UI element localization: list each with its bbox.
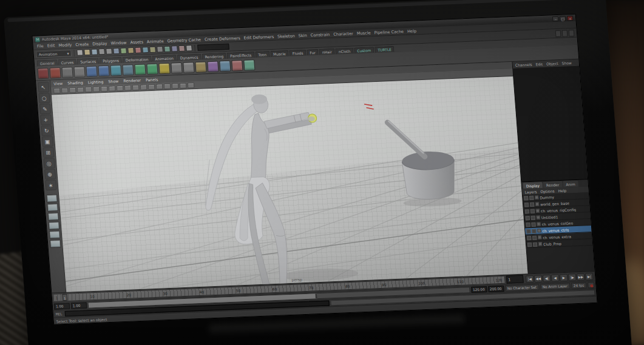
channel-box-toggle[interactable]	[569, 29, 575, 36]
auto-keyframe-button[interactable]	[588, 282, 595, 288]
layer-editor-menu-item[interactable]: Options	[540, 189, 555, 193]
close-button[interactable]: ×	[567, 15, 574, 20]
paint-select-tool-icon[interactable]: ✎	[39, 104, 50, 115]
play-forwards-button[interactable]: ▶	[560, 273, 568, 281]
field-chart-icon[interactable]	[140, 84, 147, 90]
layer-color-swatch[interactable]	[536, 215, 540, 219]
poly-cube-icon[interactable]	[98, 65, 109, 76]
paint-skin-weights-icon[interactable]	[231, 59, 243, 71]
last-tool-icon[interactable]: ∗	[45, 179, 56, 190]
poly-sphere-icon[interactable]	[86, 65, 97, 77]
ep-curve-icon[interactable]	[49, 67, 61, 78]
persp-graph-layout-button[interactable]	[48, 221, 59, 230]
menu-item[interactable]: Window	[110, 40, 127, 45]
lasso-tool-icon[interactable]: ○	[38, 93, 50, 104]
play-backwards-button[interactable]: ◀	[551, 274, 560, 281]
redo-icon[interactable]	[106, 49, 112, 55]
poly-cylinder-icon[interactable]	[110, 64, 121, 76]
menu-item[interactable]: Constrain	[310, 32, 330, 38]
layer-display-type-box[interactable]	[529, 195, 534, 199]
ipr-render-icon[interactable]	[178, 45, 185, 52]
sculpt-geometry-icon[interactable]	[195, 61, 206, 73]
custom-layout-button[interactable]	[49, 239, 61, 248]
new-scene-icon[interactable]	[76, 49, 83, 55]
menu-item[interactable]: Character	[333, 31, 353, 36]
menu-item[interactable]: Edit Deformers	[243, 34, 274, 40]
menu-item[interactable]: Create Deformers	[205, 36, 240, 42]
panel-menu-item[interactable]: Show	[108, 79, 119, 84]
open-scene-icon[interactable]	[84, 49, 90, 55]
menu-item[interactable]: Assets	[130, 39, 143, 45]
gate-mask-icon[interactable]	[132, 84, 140, 90]
layer-color-swatch[interactable]	[535, 202, 539, 206]
grease-pencil-icon[interactable]	[101, 85, 108, 91]
poly-cone-icon[interactable]	[122, 64, 134, 76]
channel-box-menu-item[interactable]: Channels	[515, 62, 532, 67]
select-camera-icon[interactable]	[53, 87, 61, 93]
make-live-icon[interactable]	[164, 46, 171, 52]
menu-item[interactable]: Edit	[47, 43, 55, 48]
show-manipulator-tool-icon[interactable]: ⊕	[44, 169, 55, 179]
panel-menu-item[interactable]: Lighting	[88, 79, 104, 84]
poly-torus-icon[interactable]	[146, 63, 158, 75]
safe-action-icon[interactable]	[148, 84, 155, 89]
channel-box-menu-item[interactable]: Object	[546, 61, 558, 66]
textured-mode-icon[interactable]	[180, 82, 187, 88]
rotate-tool-icon[interactable]: ↻	[41, 126, 52, 136]
menu-item[interactable]: Create	[75, 42, 89, 47]
layer-display-type-box[interactable]	[530, 209, 535, 213]
menu-set-dropdown[interactable]: Animation ▾	[36, 50, 72, 58]
select-tool-icon[interactable]: ↖	[38, 82, 49, 93]
film-gate-icon[interactable]	[117, 85, 124, 90]
snap-to-point-icon[interactable]	[149, 47, 156, 53]
shaded-mode-icon[interactable]	[172, 83, 179, 89]
anim-layer-menu[interactable]: No Anim Layer	[540, 283, 570, 290]
layer-visibility-checkbox[interactable]	[527, 236, 532, 240]
joint-tool-icon[interactable]	[207, 61, 219, 72]
channel-box-menu-item[interactable]: Show	[561, 61, 572, 65]
minimize-button[interactable]: –	[552, 16, 559, 21]
playback-start-field[interactable]: 1.00	[71, 303, 87, 309]
menu-item[interactable]: Help	[407, 28, 417, 34]
panel-menu-item[interactable]: Shading	[67, 80, 83, 85]
maximize-button[interactable]: □	[560, 16, 566, 21]
text-tool-icon[interactable]	[158, 62, 170, 74]
persp-outliner-layout-button[interactable]	[47, 212, 59, 221]
four-pane-layout-button[interactable]	[47, 203, 58, 212]
menu-item[interactable]: Muscle	[356, 30, 370, 36]
channel-box-menu-item[interactable]: Edit	[535, 62, 543, 66]
2d-pan-zoom-icon[interactable]	[93, 86, 100, 92]
soft-modification-tool-icon[interactable]: ◎	[43, 158, 55, 169]
current-time-indicator[interactable]: 1	[62, 294, 67, 301]
layer-visibility-checkbox[interactable]	[527, 243, 532, 247]
command-line-language-label[interactable]: MEL	[55, 312, 64, 317]
step-forward-key-button[interactable]: ▶▶	[577, 273, 585, 280]
layer-color-swatch[interactable]	[537, 222, 540, 226]
single-pane-layout-button[interactable]	[46, 194, 58, 203]
safe-title-icon[interactable]	[156, 84, 163, 89]
layer-display-type-box[interactable]	[532, 235, 537, 239]
undo-icon[interactable]	[98, 49, 105, 55]
layer-visibility-checkbox[interactable]	[524, 203, 529, 207]
step-forward-frame-button[interactable]: |▶	[568, 273, 577, 281]
fps-display[interactable]: 24 fps	[571, 282, 587, 289]
tool-settings-toggle[interactable]	[562, 30, 568, 36]
bookmarks-icon[interactable]	[77, 87, 84, 92]
step-back-key-button[interactable]: ◀◀	[534, 275, 543, 282]
playback-end-field[interactable]: 120.00	[471, 286, 487, 293]
scale-tool-icon[interactable]: ▣	[41, 136, 53, 147]
current-frame-field[interactable]: 1	[506, 275, 524, 284]
selection-input-field[interactable]	[197, 44, 229, 51]
menu-item[interactable]: Skin	[298, 33, 307, 38]
layer-color-swatch[interactable]	[535, 196, 538, 199]
menu-item[interactable]: Geometry Cache	[167, 37, 201, 43]
resolution-gate-icon[interactable]	[124, 85, 132, 90]
layer-display-type-box[interactable]	[530, 215, 535, 219]
attribute-editor-toggle[interactable]	[555, 30, 561, 36]
select-by-hierarchy-icon[interactable]	[113, 48, 120, 54]
save-scene-icon[interactable]	[91, 49, 98, 55]
layer-visibility-checkbox[interactable]	[526, 223, 530, 227]
menu-item[interactable]: Pipeline Cache	[374, 29, 404, 35]
hypershade-layout-button[interactable]	[49, 230, 60, 239]
layer-display-type-box[interactable]	[532, 229, 537, 233]
